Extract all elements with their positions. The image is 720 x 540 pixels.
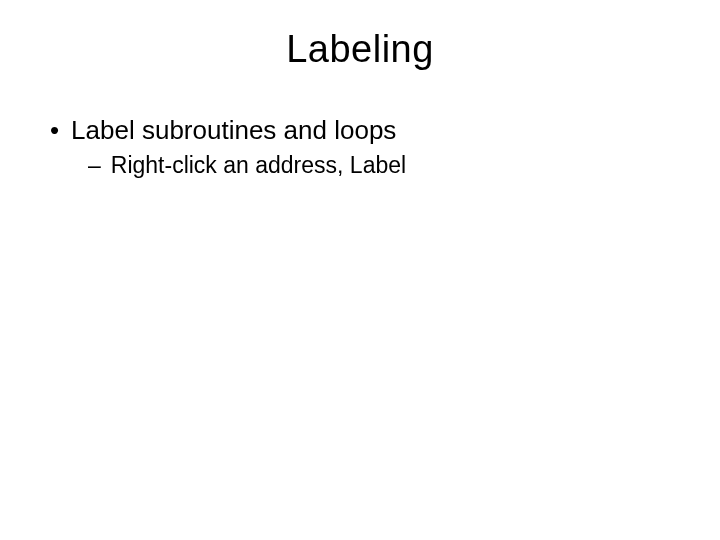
slide-title: Labeling [50, 28, 670, 71]
slide-container: Labeling • Label subroutines and loops –… [0, 0, 720, 540]
bullet-item: • Label subroutines and loops [50, 115, 670, 146]
bullet-text: Label subroutines and loops [71, 115, 396, 146]
sub-bullet-marker: – [88, 154, 101, 177]
sub-bullet-text: Right-click an address, Label [111, 152, 406, 180]
sub-bullet-item: – Right-click an address, Label [88, 152, 670, 180]
bullet-marker: • [50, 117, 59, 143]
